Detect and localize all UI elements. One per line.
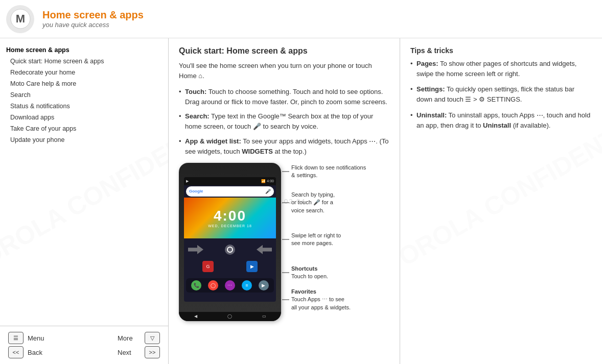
right-content: Tips & tricks Pages: To show other pages…: [410, 46, 592, 131]
bottom-bar: ☰ Menu << Back More ▽ Next >>: [0, 326, 168, 364]
mic-icon: 🎤: [265, 189, 271, 194]
apps-icon: ⋯: [225, 280, 235, 290]
nav-recent-icon: ▭: [262, 314, 266, 319]
bullet-touch: Touch: Touch to choose something. Touch …: [179, 87, 389, 107]
gmail-icon: G: [202, 261, 214, 272]
chrome-icon: ◯: [208, 280, 218, 290]
more-label: More: [118, 334, 141, 342]
touch-indicator: [225, 245, 235, 255]
phone-screen: ▶ 📶 4:00 Google 🎤 4:00: [184, 177, 276, 302]
phone-favorites-bar: 📞 ◯ ⋯ ≡ ▶: [186, 278, 274, 293]
sidebar-item-take-care[interactable]: Take Care of your apps: [4, 123, 164, 134]
right-panel: MOTOROLA CONFIDENTIAL Tips & tricks Page…: [400, 38, 602, 364]
bullet-search: Search: Type text in the Google™ Search …: [179, 111, 389, 132]
center-panel: 2014.02.04 Quick start: Home screen & ap…: [169, 38, 400, 364]
svg-text:M: M: [15, 12, 25, 25]
back-row: << Back: [8, 346, 95, 358]
center-bullet-list: Touch: Touch to choose something. Touch …: [179, 87, 389, 157]
play-store-icon: ▶: [246, 261, 258, 272]
center-content: Quick start: Home screen & apps You'll s…: [179, 46, 389, 321]
phone-icon: 📞: [191, 280, 201, 290]
center-section-title: Quick start: Home screen & apps: [179, 46, 389, 56]
next-label: Next: [118, 349, 141, 356]
phone-date: WED, DECEMBER 18: [208, 224, 252, 228]
page: M Home screen & apps you have quick acce…: [0, 0, 602, 364]
nav-back-icon: ◀: [194, 314, 197, 319]
sidebar: MOTOROLA CONFIDENTIAL Home screen & apps…: [0, 38, 169, 364]
header: M Home screen & apps you have quick acce…: [0, 0, 602, 38]
header-title-block: Home screen & apps you have quick access: [42, 9, 144, 29]
menu-row: ☰ Menu: [8, 332, 95, 344]
tips-list: Pages: To show other pages of shortcuts …: [410, 59, 592, 131]
sidebar-item-download[interactable]: Download apps: [4, 112, 164, 123]
body: MOTOROLA CONFIDENTIAL Home screen & apps…: [0, 38, 602, 364]
callout-swipe: Swipe left or right tosee more pages.: [291, 232, 341, 248]
sidebar-item-moto-care[interactable]: Moto Care help & more: [4, 78, 164, 89]
tip-pages: Pages: To show other pages of shortcuts …: [410, 59, 592, 79]
sidebar-item-search[interactable]: Search: [4, 89, 164, 101]
callout-favorites: FavoritesTouch Apps ⋯ to seeall your app…: [291, 288, 351, 311]
sidebar-item-home-screen[interactable]: Home screen & apps: [4, 44, 164, 56]
arrow-left-icon: [188, 245, 203, 254]
bottom-left-buttons: ☰ Menu << Back: [8, 332, 95, 358]
sidebar-item-update[interactable]: Update your phone: [4, 134, 164, 145]
callout-shortcuts: ShortcutsTouch to open.: [291, 265, 328, 281]
motorola-logo: M: [6, 5, 34, 33]
next-button[interactable]: >>: [145, 346, 160, 358]
phone-google-bar: Google 🎤: [186, 186, 274, 197]
phone-time-block: 4:00 WED, DECEMBER 18: [184, 198, 276, 238]
menu-label: Menu: [28, 334, 51, 342]
back-button[interactable]: <<: [8, 346, 24, 358]
next-row: Next >>: [118, 346, 160, 358]
phone-status-left: ▶: [186, 179, 189, 183]
page-title: Home screen & apps: [42, 9, 144, 21]
phone-apps-row: G ▶: [184, 260, 276, 273]
menu-icon-button[interactable]: ☰: [8, 332, 24, 344]
sidebar-item-status[interactable]: Status & notifications: [4, 101, 164, 112]
back-label: Back: [28, 349, 51, 356]
tip-uninstall: Uninstall: To uninstall apps, touch Apps…: [410, 110, 592, 131]
main: 2014.02.04 Quick start: Home screen & ap…: [169, 38, 602, 364]
sidebar-nav: Home screen & apps Quick start: Home scr…: [4, 44, 164, 145]
camera-icon: ▶: [259, 280, 269, 290]
phone-time: 4:00: [214, 208, 246, 224]
right-watermark: MOTOROLA CONFIDENTIAL: [400, 102, 602, 300]
bullet-app-widget: App & widget list: To see your apps and …: [179, 136, 389, 157]
arrow-right-icon: [257, 245, 272, 254]
callout-area: Flick down to see notifications& setting…: [281, 163, 389, 321]
phone-status-bar: ▶ 📶 4:00: [184, 177, 276, 185]
nav-home-icon: ◯: [227, 314, 232, 319]
more-row: More ▽: [118, 332, 160, 344]
page-subtitle: you have quick access: [42, 21, 144, 29]
phone-nav-bar: ◀ ◯ ▭: [179, 312, 281, 321]
callout-search: Search by typing,or touch 🎤 for avoice s…: [291, 191, 335, 214]
phone-area: ▶ 📶 4:00 Google 🎤 4:00: [179, 163, 389, 321]
more-button[interactable]: ▽: [145, 332, 160, 344]
phone-diagram: ▶ 📶 4:00 Google 🎤 4:00: [179, 163, 281, 321]
phone-status-right: 📶 4:00: [261, 179, 274, 183]
bottom-right-buttons: More ▽ Next >>: [118, 332, 160, 358]
callout-flick-down: Flick down to see notifications& setting…: [291, 164, 366, 180]
logo-svg: M: [10, 9, 31, 29]
sidebar-item-quick-start[interactable]: Quick start: Home screen & apps: [4, 56, 164, 67]
tips-title: Tips & tricks: [410, 46, 592, 55]
messages-icon: ≡: [242, 280, 252, 290]
center-intro: You'll see the home screen when you turn…: [179, 61, 389, 81]
phone-arrows: [184, 242, 276, 257]
sidebar-item-redecorate[interactable]: Redecorate your home: [4, 67, 164, 78]
google-label: Google: [189, 189, 203, 193]
tip-settings: Settings: To quickly open settings, flic…: [410, 84, 592, 105]
